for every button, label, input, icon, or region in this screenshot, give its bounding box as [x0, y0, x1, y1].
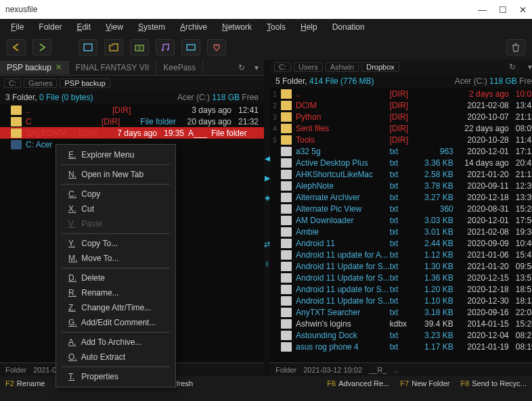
- menu-help[interactable]: Help: [294, 21, 324, 33]
- file-row[interactable]: SAVEDATA[DIR]7 days ago19:35A___File fol…: [0, 127, 264, 139]
- drive-label: Acer (C:): [455, 76, 489, 86]
- menu-file[interactable]: File: [4, 21, 30, 33]
- app-icon[interactable]: [181, 39, 200, 55]
- file-row[interactable]: Alternate Archivertxt3.27 KB2020-12-1813…: [270, 191, 532, 203]
- crumb[interactable]: Users: [294, 62, 323, 72]
- music-icon[interactable]: [156, 39, 175, 55]
- sync-left-icon[interactable]: ◀: [265, 154, 270, 163]
- right-infobar: Folder2021-03-12 10:02__R_..: [270, 362, 532, 376]
- menu-system[interactable]: System: [131, 21, 172, 33]
- svg-point-4: [167, 49, 169, 51]
- file-row[interactable]: Ashwin's loginskdbx39.4 KB2014-01-1515:2…: [270, 318, 532, 329]
- sync-both-icon[interactable]: ◈: [265, 193, 270, 202]
- folder-icon[interactable]: [104, 39, 123, 55]
- tab[interactable]: PSP backup✕: [0, 61, 69, 74]
- file-row[interactable]: C[DIR]File folder20 days ago21:32: [0, 116, 264, 127]
- refresh-icon[interactable]: ↻: [234, 63, 249, 72]
- file-row[interactable]: AHKShortcutLikeMactxt2.58 KB2021-01-2021…: [270, 168, 532, 180]
- free-space: 118 GB: [212, 93, 240, 102]
- close-button[interactable]: ✕: [519, 5, 527, 15]
- crumb[interactable]: PSP backup: [60, 78, 110, 88]
- file-row[interactable]: Android 11 Update for S...txt1.10 KB2020…: [270, 295, 532, 306]
- tab-close-icon[interactable]: ✕: [56, 63, 62, 72]
- nav-forward-button[interactable]: [32, 39, 51, 55]
- terminal-icon[interactable]: [79, 39, 97, 55]
- ctx-cut[interactable]: X. Cut: [56, 202, 175, 216]
- swap-icon[interactable]: ⇄: [264, 240, 270, 249]
- trash-icon[interactable]: [506, 39, 525, 55]
- svg-rect-1: [135, 45, 143, 51]
- file-count: 0 File (0 bytes): [39, 93, 93, 102]
- crumb[interactable]: C:: [274, 62, 291, 72]
- file-row[interactable]: ..[DIR]2 days ago10:02: [270, 88, 532, 99]
- ctx-copy-to-[interactable]: Y. Copy To...: [56, 236, 175, 251]
- file-row[interactable]: Android 11 update for A...txt1.12 KB2021…: [270, 249, 532, 260]
- sync-right-icon[interactable]: ▶: [265, 174, 270, 183]
- folder-count: 5 Folder,: [275, 76, 309, 86]
- tab[interactable]: FINAL FANTASY VII: [69, 61, 156, 74]
- file-row[interactable]: Sent files[DIR]22 days ago08:09: [270, 122, 532, 134]
- file-row[interactable]: Active Desktop Plustxt3.36 KB14 days ago…: [270, 157, 532, 168]
- minimize-button[interactable]: —: [478, 5, 487, 15]
- file-row[interactable]: Android 11 Update for S...txt1.36 KB2020…: [270, 272, 532, 283]
- dropdown-icon[interactable]: ▾: [249, 63, 264, 72]
- menubar: FileFolderEditViewSystemArchiveNetworkTo…: [0, 19, 532, 35]
- file-row[interactable]: asus rog phone 4txt1.17 KB2021-01-1908:1…: [270, 341, 532, 352]
- file-row[interactable]: Ambietxt3.01 KB2021-02-0819:34: [270, 226, 532, 237]
- context-menu[interactable]: E. Explorer MenuN. Open in New TabC. Cop…: [56, 144, 176, 387]
- ctx-delete[interactable]: D. Delete: [56, 270, 175, 285]
- file-row[interactable]: AlephNotetxt3.78 KB2020-09-1112:39: [270, 180, 532, 191]
- crumb[interactable]: Dropbox: [361, 62, 399, 72]
- menu-view[interactable]: View: [99, 21, 130, 33]
- file-row[interactable]: Astounding Docktxt3.23 KB2020-12-0408:21: [270, 329, 532, 341]
- file-row[interactable]: Tools[DIR]2020-10-2811:42: [270, 134, 532, 145]
- file-row[interactable]: AM Downloadertxt3.03 KB2020-12-0117:56: [270, 214, 532, 226]
- bars-icon[interactable]: ⫴: [265, 260, 269, 268]
- pane-separator[interactable]: ◀ ▶ ◈ ⇄ ⫴: [264, 60, 270, 376]
- toolbar: [0, 35, 532, 60]
- heart-icon[interactable]: [207, 39, 226, 55]
- svg-point-3: [162, 49, 164, 51]
- file-row[interactable]: Android 11 Update for S...txt1.30 KB2021…: [270, 260, 532, 272]
- file-row[interactable]: ..[DIR]3 days ago12:41: [0, 104, 264, 116]
- ctx-rename-[interactable]: R. Rename...: [56, 285, 175, 300]
- ctx-add-to-archive-[interactable]: A. Add To Archive...: [56, 335, 175, 350]
- fkey-f6[interactable]: F6Advanced Re...: [322, 379, 395, 387]
- ctx-properties[interactable]: T. Properties: [56, 369, 175, 384]
- file-row[interactable]: Android 11txt2.44 KB2020-09-0910:46: [270, 237, 532, 249]
- menu-network[interactable]: Network: [215, 21, 259, 33]
- menu-edit[interactable]: Edit: [70, 21, 97, 33]
- ctx-add-edit-comment-[interactable]: G. Add/Edit Comment...: [56, 315, 175, 330]
- ctx-open-in-new-tab[interactable]: N. Open in New Tab: [56, 167, 175, 182]
- crumb[interactable]: C:: [4, 78, 21, 88]
- window-title: nexusfile: [5, 5, 478, 14]
- file-row[interactable]: AnyTXT Searchertxt3.18 KB2020-09-1622:08: [270, 306, 532, 318]
- dropdown-icon[interactable]: ▾: [523, 62, 532, 72]
- nav-back-button[interactable]: [7, 39, 26, 55]
- ctx-auto-extract[interactable]: O. Auto Extract: [56, 350, 175, 364]
- left-stats: 3 Folder, 0 File (0 bytes) Acer (C:) 118…: [0, 91, 264, 104]
- file-row[interactable]: Alternate Pic Viewtxt3602020-08-3115:28: [270, 203, 532, 214]
- refresh-icon[interactable]: ↻: [505, 62, 520, 72]
- menu-tools[interactable]: Tools: [260, 21, 292, 33]
- crumb[interactable]: Games: [24, 78, 57, 88]
- file-row[interactable]: DCIM[DIR]2021-02-0813:41: [270, 99, 532, 111]
- ctx-explorer-menu[interactable]: E. Explorer Menu: [56, 147, 175, 162]
- file-row[interactable]: a32 5gtxt9632020-12-0117:13: [270, 145, 532, 157]
- camera-icon[interactable]: [130, 39, 149, 55]
- ctx-copy[interactable]: C. Copy: [56, 187, 175, 202]
- fkey-f8[interactable]: F8Send to Recyc...: [455, 379, 532, 387]
- right-filelist[interactable]: 12345..[DIR]2 days ago10:02DCIM[DIR]2021…: [270, 88, 532, 362]
- fkey-f7[interactable]: F7New Folder: [395, 379, 455, 387]
- maximize-button[interactable]: ☐: [499, 5, 507, 15]
- fkey-f2[interactable]: F2Rename: [0, 379, 50, 387]
- ctx-change-attr-time-[interactable]: Z. Change Attr/Time...: [56, 300, 175, 315]
- ctx-move-to-[interactable]: M. Move To...: [56, 251, 175, 266]
- file-row[interactable]: Android 11 update for S...txt1.20 KB2020…: [270, 283, 532, 295]
- menu-archive[interactable]: Archive: [173, 21, 214, 33]
- menu-folder[interactable]: Folder: [32, 21, 68, 33]
- file-row[interactable]: Python[DIR]2020-10-0721:13: [270, 111, 532, 122]
- tab[interactable]: KeePass: [156, 61, 203, 74]
- menu-donation[interactable]: Donation: [326, 21, 372, 33]
- crumb[interactable]: Ashwin: [326, 62, 359, 72]
